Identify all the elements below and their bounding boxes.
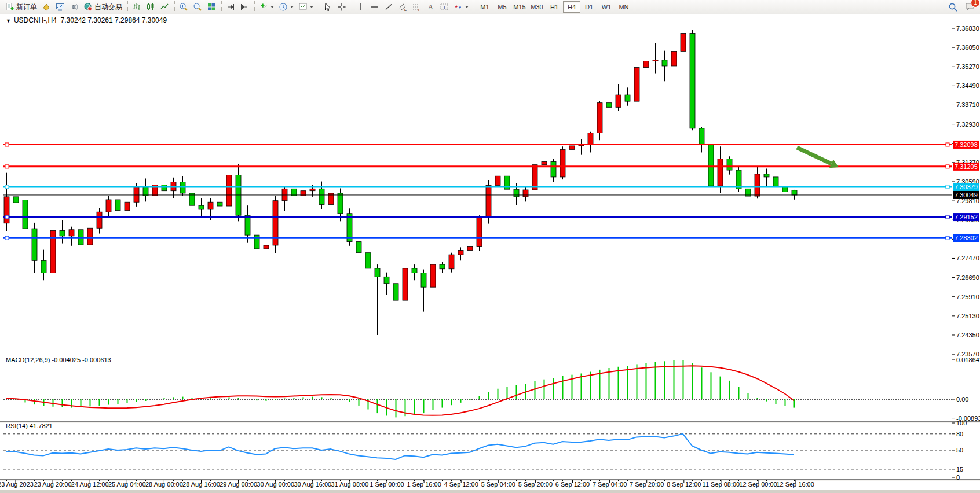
candle-down xyxy=(365,253,371,268)
tile-windows-button[interactable] xyxy=(204,1,218,13)
timeframe-button-m15[interactable]: M15 xyxy=(511,1,528,13)
new-order-button[interactable]: 新订单 xyxy=(3,1,39,13)
candle-down xyxy=(551,162,556,177)
search-button[interactable] xyxy=(946,1,960,13)
candle-up xyxy=(542,162,547,165)
hline-handle[interactable] xyxy=(5,165,9,168)
timeframe-button-m5[interactable]: M5 xyxy=(493,1,511,13)
auto-scroll-button[interactable] xyxy=(224,1,237,13)
hline-handle[interactable] xyxy=(5,143,9,146)
candle-up xyxy=(467,247,473,251)
hline-handle[interactable] xyxy=(946,165,949,168)
rsi-axis-label: 50 xyxy=(956,447,963,454)
hline-handle[interactable] xyxy=(5,185,9,189)
auto-trading-button[interactable]: 自动交易 xyxy=(81,1,125,13)
time-tick-label: 31 Aug 08:00 xyxy=(331,481,368,488)
arrows-button[interactable] xyxy=(451,1,471,13)
price-flag-7.31205: 7.31205 xyxy=(955,163,978,170)
toolbar-group-cursor xyxy=(319,1,350,13)
chart-plot[interactable]: 7.368307.360507.352707.344907.337107.329… xyxy=(0,0,980,493)
time-tick-label: 8 Sep 12:00 xyxy=(667,481,701,488)
candle-up xyxy=(264,245,269,249)
chart-shift-button[interactable] xyxy=(237,1,251,13)
terminal-icon xyxy=(56,2,65,12)
timeframe-button-h4[interactable]: H4 xyxy=(563,1,580,13)
timeframe-button-m1[interactable]: M1 xyxy=(476,1,493,13)
periods-button[interactable] xyxy=(276,1,296,13)
bar-chart-button[interactable] xyxy=(130,1,144,13)
trendline-button[interactable] xyxy=(382,1,396,13)
crosshair-button[interactable] xyxy=(335,1,349,13)
candle-down xyxy=(291,189,297,196)
templates-icon xyxy=(298,2,308,12)
candle-down xyxy=(217,202,222,206)
zoom-in-button[interactable] xyxy=(177,1,191,13)
price-tick-label: 7.27470 xyxy=(956,255,979,262)
time-tick-label: 1 Sep 16:00 xyxy=(407,481,441,488)
text-button[interactable]: A xyxy=(423,1,437,13)
bar-chart-icon xyxy=(132,2,141,12)
time-tick-label: 25 Aug 04:00 xyxy=(108,481,146,488)
hline-handle[interactable] xyxy=(946,143,949,146)
channel-button[interactable]: E xyxy=(396,1,409,13)
terminal-button[interactable] xyxy=(53,1,67,13)
zoom-out-button[interactable] xyxy=(191,1,204,13)
auto-trading-label: 自动交易 xyxy=(94,2,122,12)
price-tick-label: 7.26690 xyxy=(956,274,979,281)
macd-values: -0.004025 -0.000613 xyxy=(52,356,111,363)
candle-up xyxy=(125,202,130,210)
arrows-dropdown-icon[interactable] xyxy=(465,6,469,8)
signals-button[interactable] xyxy=(67,1,81,13)
channel-icon: E xyxy=(398,2,407,12)
templates-dropdown-icon[interactable] xyxy=(310,6,313,8)
vertical-line-button[interactable] xyxy=(354,1,368,13)
candle-down xyxy=(60,230,65,236)
timeframe-button-h1[interactable]: H1 xyxy=(546,1,563,13)
svg-text:T: T xyxy=(443,5,447,10)
time-tick-label: 4 Sep 12:00 xyxy=(444,481,478,488)
candle-down xyxy=(13,197,19,203)
templates-button[interactable] xyxy=(296,1,316,13)
candle-up xyxy=(87,228,93,245)
one-click-trading-toggle-icon[interactable]: ▼ xyxy=(6,18,11,24)
hline-handle[interactable] xyxy=(946,215,949,219)
line-chart-button[interactable] xyxy=(158,1,171,13)
hline-handle[interactable] xyxy=(946,236,949,240)
horizontal-line-button[interactable] xyxy=(368,1,382,13)
candle-down xyxy=(773,177,778,186)
indicators-icon xyxy=(259,2,268,12)
fibonacci-button[interactable]: F xyxy=(409,1,423,13)
zoom-in-icon xyxy=(179,2,188,12)
timeframe-button-mn[interactable]: MN xyxy=(615,1,632,13)
fibonacci-icon: F xyxy=(412,2,421,12)
candle-up xyxy=(560,149,565,177)
macd-name: MACD(12,26,9) xyxy=(6,356,50,363)
line-chart-icon xyxy=(160,2,169,12)
notifications-button[interactable]: 1 xyxy=(965,2,975,13)
chart-ohlc-values: 7.30242 7.30261 7.29864 7.30049 xyxy=(61,16,167,24)
candle-up xyxy=(588,133,593,144)
price-tick-label: 7.36830 xyxy=(956,25,979,32)
text-label-button[interactable]: T xyxy=(437,1,451,13)
indicators-button[interactable] xyxy=(257,1,276,13)
indicators-dropdown-icon[interactable] xyxy=(270,6,274,8)
price-tick-label: 7.25130 xyxy=(956,312,979,319)
candle-down xyxy=(440,264,445,269)
hline-handle[interactable] xyxy=(946,185,949,189)
timeframe-button-m30[interactable]: M30 xyxy=(528,1,546,13)
time-tick-label: 28 Aug 00:00 xyxy=(145,481,183,488)
time-tick-label: 11 Sep 08:00 xyxy=(703,481,740,488)
hline-handle[interactable] xyxy=(5,215,9,219)
timeframe-button-d1[interactable]: D1 xyxy=(580,1,598,13)
hline-handle[interactable] xyxy=(5,236,9,240)
metaeditor-button[interactable] xyxy=(39,1,53,13)
candle-up xyxy=(616,95,621,107)
time-tick-label: 12 Sep 00:00 xyxy=(739,481,777,488)
periods-dropdown-icon[interactable] xyxy=(290,6,294,8)
toolbar-group-insert xyxy=(254,1,317,13)
cursor-button[interactable] xyxy=(321,1,335,13)
timeframe-button-w1[interactable]: W1 xyxy=(598,1,615,13)
candle-down xyxy=(421,273,426,288)
toolbar-group-zoom xyxy=(174,1,220,13)
candlestick-chart-button[interactable] xyxy=(144,1,158,13)
